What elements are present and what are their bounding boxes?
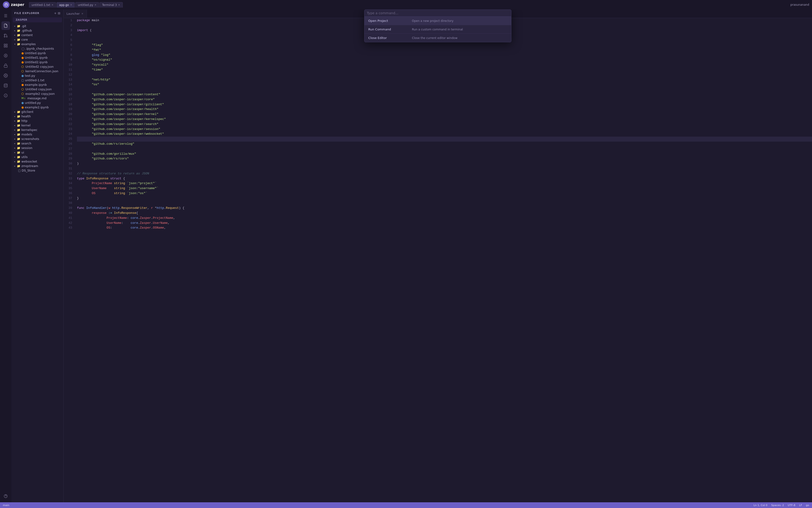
tree-item-untitled-copy-json[interactable]: Untitled copy.json [11,87,63,91]
tree-item-health[interactable]: ▸📁 health [11,114,63,119]
tree-item-label: kernelConnection.json [26,70,58,73]
tree-item-label: kernelspec [21,128,38,132]
tree-item-untitled2-copy-json[interactable]: Untitled2 copy.json [11,65,63,69]
command-input-wrap[interactable] [365,10,511,17]
tree-item-label: test.py [25,74,35,78]
database-icon[interactable] [1,81,10,90]
tree-item-example2-copy-json[interactable]: example2 copy.json [11,91,63,96]
tree-item-kernelspec[interactable]: ▸📁 kernelspec [11,128,63,132]
tree-item-label: DS_Store [21,169,35,172]
tree-item-message-md[interactable]: M↓ message.md [11,96,63,100]
tree-item-core[interactable]: ▸📁 core [11,37,63,42]
settings-icon[interactable] [1,71,10,80]
file-type-icon-ipynb: ● [21,51,24,55]
folder-icon: 📁 [17,142,20,145]
files-icon[interactable] [1,22,10,30]
status-position: Ln 1, Col 0 [754,504,768,507]
tree-item-example-ipynb[interactable]: ● example.ipynb [11,82,63,87]
svg-point-13 [4,84,7,85]
tree-item-http[interactable]: ▸📁 http [11,119,63,123]
tree-item-utils[interactable]: ▸📁 utils [11,155,63,159]
tab-close-untitled-py[interactable]: ✕ [95,4,96,6]
folder-icon: 📁 [17,110,20,114]
file-type-icon-ipynb: ● [21,56,24,59]
chevron-core: ▸ [14,38,15,41]
circle-icon[interactable] [1,51,10,60]
chevron-session: ▸ [14,146,15,149]
tree-item-gitclient[interactable]: ▸📁 gitclient [11,110,63,114]
command-item-open-project[interactable]: Open ProjectOpen a new project directory [365,17,511,25]
activity-bar: ☰ [0,9,11,502]
tree-item-ds-store[interactable]: ▢ DS_Store [11,168,63,173]
topbar-tab-untitled-1-txt[interactable]: untitled-1.txt✕ [29,2,56,8]
tree-item-label: utils [21,155,28,159]
tree-item-untitled-1-txt[interactable]: ▢ untitled-1.txt [11,78,63,82]
tree-item-examples[interactable]: ▾📁 examples [11,42,63,46]
check-icon[interactable] [1,91,10,100]
main-layout: ☰ [0,9,812,502]
file-type-icon-json [21,66,24,68]
status-line-ending: LF [799,504,802,507]
tree-item-label: screenshots [21,137,39,141]
tree-item-label: Untitled copy.json [26,87,52,91]
menu-icon[interactable]: ☰ [1,11,10,20]
tree-item-websocket[interactable]: ▸📁 websocket [11,159,63,164]
chevron-http: ▸ [14,120,15,122]
tree-item-example2-ipynb[interactable]: ● example2.ipynb [11,105,63,110]
topbar-tab-app-go[interactable]: app.go✕ [56,2,75,8]
tree-item-untitled-py[interactable]: ● untitled.py [11,100,63,105]
command-item-run-command[interactable]: Run CommandRun a custom command in termi… [365,25,511,34]
tree-item-content[interactable]: ▸📁 content [11,33,63,37]
svg-point-15 [4,495,7,498]
app-logo[interactable]: zasper [3,1,24,8]
git-icon[interactable] [1,31,10,40]
tree-item--git[interactable]: ▸📁 .git [11,24,63,28]
tree-item-label: search [21,141,31,145]
tree-item-label: websocket [21,160,37,163]
tree-item--ipynb-checkpoints[interactable]: ◯ .ipynb_checkpoints [11,46,63,51]
tab-close-terminal-3[interactable]: ✕ [118,4,120,6]
tree-item-session[interactable]: ▸📁 session [11,146,63,150]
tree-item-screenshots[interactable]: ▸📁 screenshots [11,137,63,141]
tree-item-label: .git [21,24,26,28]
file-type-icon-ipynb: ● [21,83,24,86]
tree-item-untitled2-ipynb[interactable]: ● Untitled2.ipynb [11,60,63,65]
new-file-icon[interactable]: + [54,11,57,15]
lock-icon[interactable] [1,61,10,70]
tree-item--github[interactable]: ▸📁 .github [11,28,63,33]
file-type-icon-folder: ◯ [21,47,25,50]
file-type-icon-txt: ▢ [21,79,24,82]
tree-item-models[interactable]: ▸📁 models [11,132,63,137]
svg-point-0 [5,3,8,6]
tree-item-label: example.ipynb [25,83,47,86]
folder-icon: 📁 [17,146,20,150]
tree-item-kernelconnection-json[interactable]: kernelConnection.json [11,69,63,74]
chevron-gitclient: ▸ [14,111,15,113]
svg-point-10 [5,55,6,56]
status-bar: main Ln 1, Col 0 Spaces: 2 UTF-8 LF go [0,502,812,508]
new-folder-icon[interactable]: ⊞ [58,11,60,15]
topbar-tab-terminal-3[interactable]: Terminal 3✕ [99,2,123,8]
tree-item-ui[interactable]: ▸📁 ui [11,150,63,155]
sidebar-header-icons: + ⊞ [54,11,60,15]
tree-item-kernel[interactable]: ▸📁 kernel [11,123,63,128]
tree-item-label: session [21,146,32,150]
tree-item-label: examples [21,42,36,46]
tree-item-test-py[interactable]: ● test.py [11,74,63,78]
tree-item-zmqstream[interactable]: ▸📁 zmqstream [11,164,63,168]
tree-item-search[interactable]: ▸📁 search [11,141,63,146]
tab-close-untitled-1-txt[interactable]: ✕ [51,4,53,6]
help-icon[interactable] [1,492,10,500]
command-input[interactable] [367,11,509,15]
tab-close-app-go[interactable]: ✕ [70,4,72,6]
tree-item-label: Untitled1.ipynb [25,56,47,59]
tree-item-untitled-ipynb[interactable]: ● Untitled.ipynb [11,51,63,55]
command-item-close-editor[interactable]: Close EditorClose the current editor win… [365,34,511,42]
tree-item-untitled1-ipynb[interactable]: ● Untitled1.ipynb [11,55,63,60]
folder-icon: 📁 [17,119,20,123]
topbar-tab-untitled-py[interactable]: untitled.py✕ [75,2,99,8]
extensions-icon[interactable] [1,41,10,50]
command-label: Run Command [368,28,406,31]
file-type-icon-ipynb: ● [21,106,24,109]
folder-icon: 📁 [17,164,20,168]
